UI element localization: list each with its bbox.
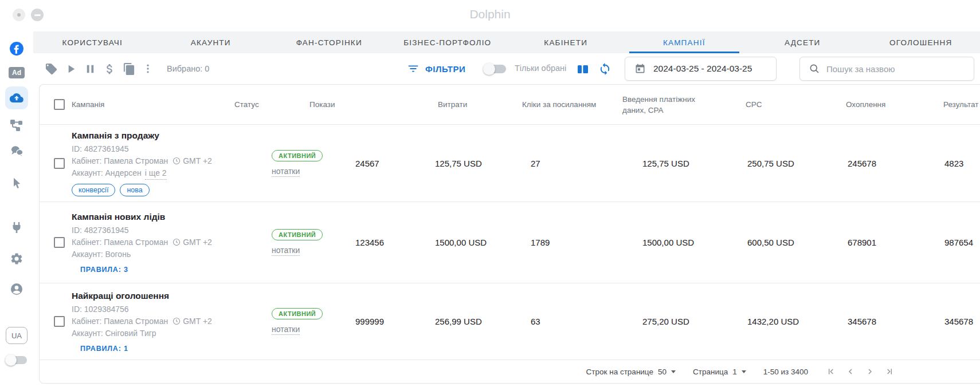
campaign-id: ID: 1029384756 — [72, 303, 212, 315]
facebook-icon[interactable] — [9, 41, 24, 56]
plug-icon[interactable] — [10, 221, 23, 235]
notes-link[interactable]: нотатки — [272, 167, 300, 177]
tab-cabinets[interactable]: КАБІНЕТИ — [507, 31, 625, 53]
selected-count: Вибрано: 0 — [167, 64, 209, 73]
tab-business-portfolio[interactable]: БІЗНЕС-ПОРТФОЛІО — [389, 31, 507, 53]
cell-result: 4823 — [932, 125, 980, 202]
only-selected-label: Тільки обрані — [515, 64, 566, 73]
campaign-timezone: GMT +2 — [183, 155, 212, 167]
rows-per-page-value[interactable]: 50 — [658, 368, 667, 376]
column-status: Статус — [223, 85, 298, 124]
ad-icon[interactable]: Ad — [9, 67, 25, 78]
page-label: Страница — [693, 368, 728, 376]
tab-users[interactable]: КОРИСТУВАЧІ — [33, 31, 152, 53]
campaign-cabinet: Кабінет: Памела Строман — [72, 155, 168, 167]
page-value[interactable]: 1 — [732, 368, 737, 376]
campaign-timezone: GMT +2 — [183, 236, 212, 248]
rules-link[interactable]: ПРАВИЛА: 1 — [80, 345, 212, 353]
cell-link-clicks: 1789 — [511, 202, 611, 283]
column-shows: Покази — [298, 85, 426, 124]
cell-reach: 678901 — [834, 202, 932, 283]
tab-adsets[interactable]: АДСЕТИ — [743, 31, 862, 53]
campaign-id: ID: 4827361945 — [72, 224, 212, 236]
cell-link-clicks: 27 — [511, 125, 611, 202]
campaign-tag: конверсії — [72, 184, 115, 196]
tab-fan-pages[interactable]: ФАН-СТОРІНКИ — [270, 31, 389, 53]
more-vert-icon[interactable] — [142, 63, 154, 74]
pause-icon[interactable] — [84, 62, 97, 76]
cell-reach: 245678 — [834, 125, 932, 202]
row-checkbox[interactable] — [54, 158, 65, 169]
search-box — [799, 57, 974, 81]
campaign-name[interactable]: Найкращі оголошення — [72, 291, 212, 301]
chat-icon[interactable] — [10, 144, 24, 159]
play-icon[interactable] — [64, 62, 77, 76]
campaign-cabinet: Кабінет: Памела Строман — [72, 315, 168, 327]
columns-icon[interactable] — [576, 62, 590, 76]
select-all-checkbox[interactable] — [54, 99, 65, 110]
last-page-icon[interactable] — [885, 367, 894, 376]
cell-cpc: 1432,20 USD — [734, 283, 834, 360]
sidebar-item-campaigns-active[interactable] — [5, 86, 28, 109]
notes-link[interactable]: нотатки — [272, 246, 300, 256]
row-checkbox[interactable] — [54, 237, 65, 248]
tab-ads[interactable]: ОГОЛОШЕННЯ — [862, 31, 980, 53]
prev-page-icon[interactable] — [846, 367, 855, 376]
clock-icon — [173, 157, 181, 165]
language-badge[interactable]: UA — [6, 327, 28, 344]
column-link-clicks: Кліки за посиланням — [511, 85, 611, 124]
date-range-picker[interactable]: 2024-03-25 - 2024-03-25 — [625, 57, 777, 81]
table-row: Кампанія з продажу ID: 4827361945 Кабіне… — [40, 125, 980, 202]
tab-accounts[interactable]: АКАУНТИ — [152, 31, 271, 53]
account-icon[interactable] — [9, 282, 24, 297]
cursor-icon[interactable] — [10, 176, 23, 190]
cell-result: 987654 — [932, 202, 980, 283]
only-selected-toggle[interactable] — [484, 65, 506, 73]
campaign-account: Аккаунт: Андерсен — [72, 167, 142, 179]
rows-per-page-caret-icon[interactable] — [671, 370, 676, 373]
pagination-bar: Строк на странице 50 Страница 1 1-50 из … — [40, 360, 980, 383]
account-more-link[interactable]: і ще 2 — [145, 167, 167, 180]
top-tabs: КОРИСТУВАЧІ АКАУНТИ ФАН-СТОРІНКИ БІЗНЕС-… — [33, 31, 980, 53]
next-page-icon[interactable] — [865, 367, 875, 376]
page-caret-icon[interactable] — [742, 370, 746, 373]
table-row: Найкращі оголошення ID: 1029384756 Кабін… — [40, 283, 980, 360]
campaign-name[interactable]: Кампанія з продажу — [72, 131, 212, 141]
toolbar: Вибрано: 0 ФІЛЬТРИ Тільки обрані 2024-03… — [33, 53, 980, 84]
filters-button[interactable]: ФІЛЬТРИ — [407, 53, 465, 84]
app-title: Dolphin — [0, 7, 980, 21]
dollar-icon[interactable] — [103, 62, 116, 76]
cell-shows: 123456 — [298, 202, 426, 283]
cell-shows: 24567 — [298, 125, 426, 202]
clock-icon — [173, 238, 181, 246]
campaign-account: Аккаунт: Вогонь — [72, 248, 131, 260]
campaign-name[interactable]: Кампанія нових лідів — [72, 212, 212, 222]
rows-per-page-label: Строк на странице — [586, 368, 653, 376]
notes-link[interactable]: нотатки — [272, 325, 300, 335]
rules-link[interactable]: ПРАВИЛА: 3 — [80, 266, 212, 274]
tag-icon[interactable] — [45, 62, 58, 76]
column-campaign: Кампанія — [72, 100, 104, 109]
campaign-tag: нова — [120, 184, 149, 196]
cell-cpa: 275,20 USD — [611, 283, 734, 360]
range-label: 1-50 из 3400 — [763, 368, 808, 376]
tab-campaigns[interactable]: КАМПАНІЇ — [625, 31, 744, 53]
copy-icon[interactable] — [123, 62, 136, 76]
column-reach: Охоплення — [834, 85, 932, 124]
tree-icon[interactable] — [10, 119, 23, 132]
column-cpc: CPC — [734, 85, 834, 124]
cell-cpc: 600,50 USD — [734, 202, 834, 283]
cell-shows: 999999 — [298, 283, 426, 360]
clock-icon — [173, 317, 181, 325]
campaign-account: Аккаунт: Сніговий Тигр — [72, 327, 156, 339]
column-spend: Витрати — [426, 85, 511, 124]
search-input[interactable] — [826, 64, 964, 74]
cell-reach: 345678 — [834, 283, 932, 360]
first-page-icon[interactable] — [826, 367, 836, 376]
cell-spend: 1500,00 USD — [426, 202, 511, 283]
column-result: Результат — [932, 85, 980, 124]
sidebar-toggle[interactable] — [6, 356, 27, 364]
gear-icon[interactable] — [10, 252, 23, 266]
sync-icon[interactable] — [598, 62, 611, 76]
row-checkbox[interactable] — [54, 316, 65, 327]
